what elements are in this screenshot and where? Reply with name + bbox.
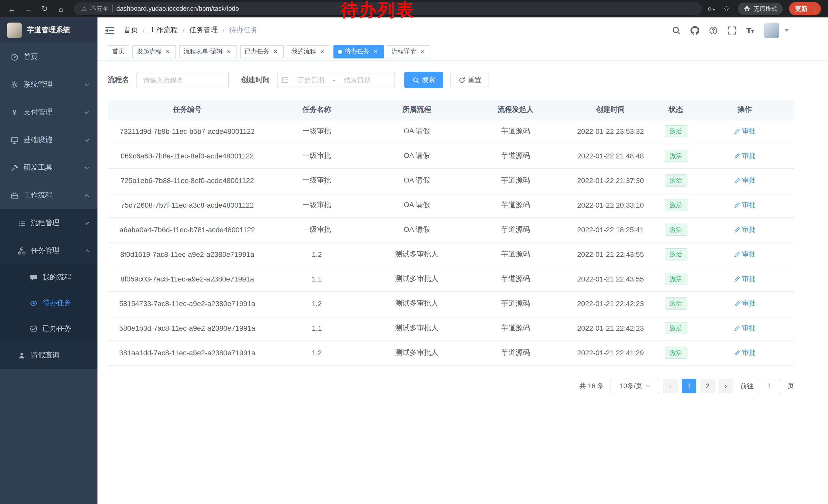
sidebar-item-home[interactable]: 首页 [0,43,97,71]
sidebar-item-payment[interactable]: ¥支付管理 [0,98,97,126]
approve-button[interactable]: 审批 [734,299,755,308]
forward-icon[interactable]: → [22,2,35,15]
close-icon[interactable]: × [419,48,426,55]
filter-bar: 流程名 创建时间 - 搜索 [108,72,818,88]
page-button-2[interactable]: 2 [700,379,715,393]
date-range-picker[interactable]: - [277,72,395,88]
approve-button[interactable]: 审批 [734,151,755,161]
task-icon [17,246,26,255]
cell-action: 审批 [695,119,794,144]
tab-form-edit[interactable]: 流程表单-编辑× [179,45,237,58]
approve-button[interactable]: 审批 [734,176,755,185]
tab-my-process[interactable]: 我的流程× [287,45,330,58]
close-icon[interactable]: × [272,48,279,55]
end-date-input[interactable] [337,76,377,84]
search-button[interactable]: 搜索 [404,72,443,88]
cell-task-id: 58154733-7ac8-11ec-a9e2-a2380e71991a [108,291,267,316]
cell-status: 激活 [657,267,695,291]
sidebar-item-leave-query[interactable]: 请假查询 [0,341,97,369]
close-icon[interactable]: × [225,48,233,55]
sidebar-item-system[interactable]: 系统管理 [0,71,97,98]
cell-status: 激活 [657,119,695,144]
update-button[interactable]: 更新 ⋮ [789,2,821,15]
browser-chrome: ← → ↻ ⌂ ⚠ 不安全 dashboard.yudao.iocoder.cn… [0,0,828,17]
sidebar-item-label: 系统管理 [24,80,85,89]
sidebar-item-workflow[interactable]: 工作流程 [0,182,97,209]
tab-process-detail[interactable]: 流程详情× [387,45,430,58]
navbar-right [671,22,789,38]
page-size-select[interactable]: 10条/页 [610,379,659,393]
tab-todo-task[interactable]: 待办任务× [333,45,384,58]
cell-task-id: 580e1b3d-7ac8-11ec-a9e2-a2380e71991a [108,316,267,340]
user-avatar[interactable] [764,22,779,38]
cell-status: 激活 [657,291,695,316]
sidebar-item-infrastructure[interactable]: 基础设施 [0,126,97,154]
close-icon[interactable]: × [372,48,379,55]
bookmark-star-icon[interactable]: ☆ [720,3,733,15]
home-icon[interactable]: ⌂ [54,2,68,15]
next-page-button[interactable]: › [719,379,733,393]
tab-initiate-process[interactable]: 发起流程× [132,45,176,58]
search-icon[interactable] [671,26,681,35]
approve-button[interactable]: 审批 [734,127,755,136]
help-icon[interactable] [708,26,718,35]
status-badge: 激活 [665,347,687,359]
tab-done-task[interactable]: 已办任务× [240,45,284,58]
sidebar-item-label: 研发工具 [24,163,85,172]
prev-page-button[interactable]: ‹ [663,379,678,393]
back-icon[interactable]: ← [5,2,18,15]
warning-icon: ⚠ [81,5,87,12]
approve-button[interactable]: 审批 [734,200,755,210]
chevron-down-icon [85,109,89,114]
sidebar-item-done-task[interactable]: 已办任务 [0,316,97,341]
cell-task-id: 381aa1dd-7ac8-11ec-a9e2-a2380e71991a [108,340,267,365]
page-button-1[interactable]: 1 [682,379,696,393]
cell-task-name: 1.1 [267,316,367,340]
process-name-input[interactable] [136,72,229,88]
browser-menu-icon[interactable]: ⋮ [810,5,818,12]
goto-page-input[interactable] [758,379,780,393]
close-icon[interactable]: × [319,48,326,55]
sidebar-item-devtools[interactable]: 研发工具 [0,154,97,182]
sidebar-item-task-mgmt[interactable]: 任务管理 [0,237,97,265]
chevron-down-icon [85,137,89,141]
chevron-down-icon [85,82,89,86]
cell-task-name: 一级审批 [267,119,367,144]
breadcrumb-item[interactable]: 首页 [124,26,138,35]
todo-task-table: 任务编号任务名称所属流程流程发起人创建时间状态操作 73211d9d-7b9b-… [108,100,794,365]
reset-button[interactable]: 重置 [450,72,489,88]
approve-button[interactable]: 审批 [734,274,755,283]
approve-button[interactable]: 审批 [734,324,755,333]
cell-status: 激活 [657,242,695,267]
hamburger-icon[interactable] [105,25,115,35]
status-badge: 激活 [665,297,687,310]
breadcrumb-separator: / [182,26,185,34]
cell-action: 审批 [695,144,794,168]
tab-home[interactable]: 首页 [108,45,129,58]
cell-status: 激活 [657,316,695,340]
breadcrumb-item[interactable]: 任务管理 [189,26,218,35]
approve-button[interactable]: 审批 [734,225,755,234]
font-size-icon[interactable] [745,26,755,35]
close-icon[interactable]: × [164,48,171,55]
caret-down-icon[interactable] [784,29,789,32]
table-row: a6aba0a4-7b6d-11ec-b781-acde48001122一级审批… [108,217,794,242]
breadcrumb-item[interactable]: 工作流程 [149,26,178,35]
approve-button[interactable]: 审批 [734,250,755,259]
reload-icon[interactable]: ↻ [38,2,51,15]
edit-icon [734,276,740,282]
sidebar-item-todo-task[interactable]: 待办任务 [0,290,97,316]
start-date-input[interactable] [291,76,331,84]
fullscreen-icon[interactable] [727,26,736,35]
sidebar-item-process-mgmt[interactable]: 流程管理 [0,209,97,237]
github-icon[interactable] [690,26,699,35]
sidebar-item-my-process[interactable]: 我的流程 [0,265,97,290]
cell-action: 审批 [695,217,794,242]
reset-button-label: 重置 [468,75,481,85]
table-row: 75d72608-7b7f-11ec-a3c8-acde48001122一级审批… [108,193,794,217]
create-time-label: 创建时间 [241,75,270,85]
key-icon[interactable] [705,3,717,15]
status-badge: 激活 [665,273,687,285]
approve-button[interactable]: 审批 [734,348,755,357]
sidebar-item-label: 基础设施 [24,135,85,145]
